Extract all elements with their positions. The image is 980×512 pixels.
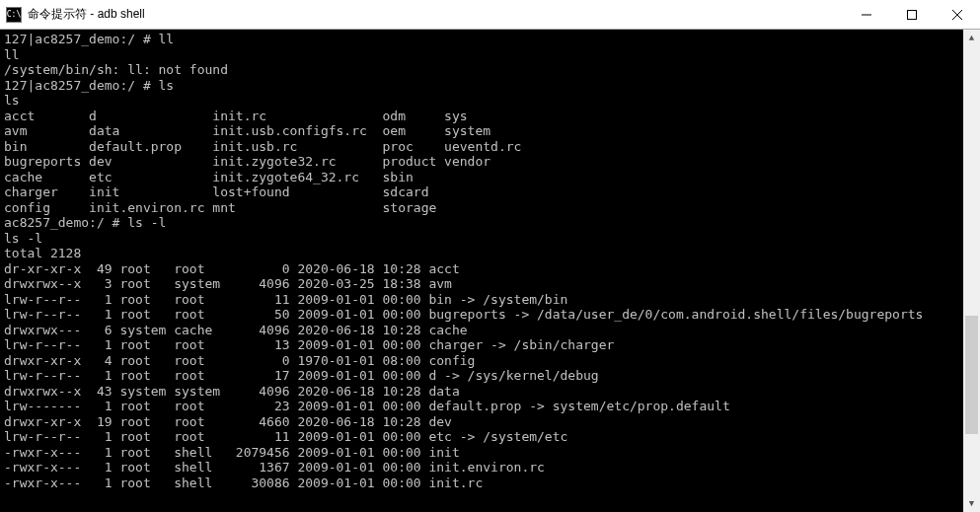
vertical-scrollbar[interactable]: ▲ ▼ bbox=[963, 30, 980, 512]
terminal-output[interactable]: 127|ac8257_demo:/ # ll ll /system/bin/sh… bbox=[0, 30, 963, 512]
close-button[interactable] bbox=[935, 0, 980, 29]
scroll-track[interactable] bbox=[963, 46, 980, 495]
scroll-down-button[interactable]: ▼ bbox=[963, 495, 980, 512]
window-titlebar: C:\ 命令提示符 - adb shell bbox=[0, 0, 980, 30]
terminal-area: 127|ac8257_demo:/ # ll ll /system/bin/sh… bbox=[0, 30, 980, 512]
cmd-icon: C:\ bbox=[6, 7, 22, 23]
window-title: 命令提示符 - adb shell bbox=[28, 6, 844, 23]
scroll-thumb[interactable] bbox=[965, 316, 978, 434]
maximize-button[interactable] bbox=[889, 0, 935, 29]
scroll-up-button[interactable]: ▲ bbox=[963, 30, 980, 46]
window-controls bbox=[844, 0, 980, 29]
minimize-button[interactable] bbox=[844, 0, 889, 29]
svg-rect-1 bbox=[908, 10, 917, 19]
